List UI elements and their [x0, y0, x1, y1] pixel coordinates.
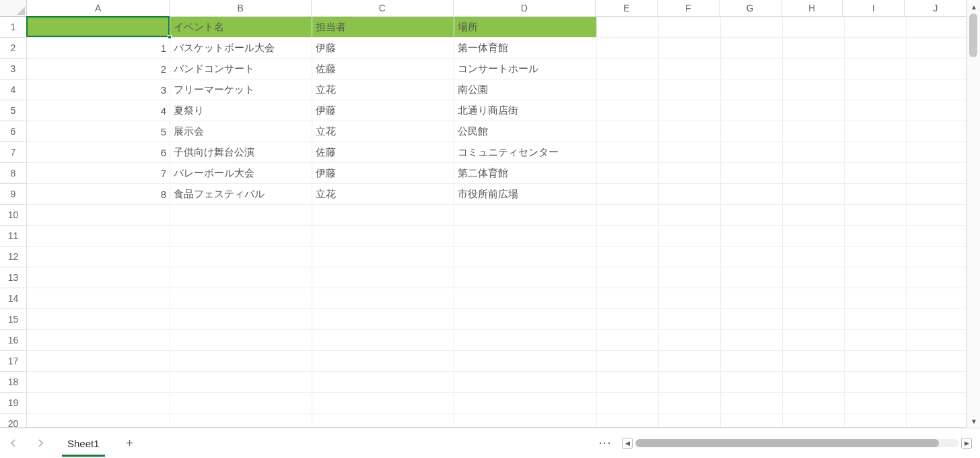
- hscroll-thumb[interactable]: [635, 439, 939, 447]
- cell-A1[interactable]: [27, 17, 170, 38]
- cell-J9[interactable]: [907, 184, 967, 205]
- cell-F2[interactable]: [659, 38, 721, 59]
- cell-F6[interactable]: [659, 121, 721, 142]
- cell-E1[interactable]: [597, 17, 659, 38]
- cell-F18[interactable]: [659, 372, 721, 393]
- cell-F17[interactable]: [659, 351, 721, 372]
- cell-C9[interactable]: 立花: [312, 184, 454, 205]
- cell-I5[interactable]: [845, 100, 907, 121]
- cell-D14[interactable]: [454, 288, 597, 309]
- vertical-scrollbar[interactable]: ▲ ▼: [967, 0, 980, 428]
- cell-E14[interactable]: [597, 288, 659, 309]
- cell-E17[interactable]: [597, 351, 659, 372]
- cell-F9[interactable]: [659, 184, 721, 205]
- cell-B4[interactable]: フリーマーケット: [170, 79, 312, 100]
- cell-D1[interactable]: 場所: [454, 17, 597, 38]
- cell-C19[interactable]: [312, 393, 454, 414]
- cell-D6[interactable]: 公民館: [454, 121, 597, 142]
- cell-B18[interactable]: [170, 372, 312, 393]
- cell-G6[interactable]: [721, 121, 783, 142]
- cell-C1[interactable]: 担当者: [312, 17, 454, 38]
- cell-J10[interactable]: [907, 205, 967, 226]
- row-header-15[interactable]: 15: [0, 309, 27, 330]
- cell-I8[interactable]: [845, 163, 907, 184]
- cell-B13[interactable]: [170, 267, 312, 288]
- cell-B5[interactable]: 夏祭り: [170, 100, 312, 121]
- cell-C3[interactable]: 佐藤: [312, 59, 454, 79]
- col-header-G[interactable]: G: [720, 0, 781, 17]
- cell-A20[interactable]: [27, 414, 170, 428]
- cell-F16[interactable]: [659, 330, 721, 351]
- cell-G20[interactable]: [721, 414, 783, 428]
- cell-D9[interactable]: 市役所前広場: [454, 184, 597, 205]
- cell-A14[interactable]: [27, 288, 170, 309]
- cell-B6[interactable]: 展示会: [170, 121, 312, 142]
- cell-A18[interactable]: [27, 372, 170, 393]
- cell-A9[interactable]: 8: [27, 184, 170, 205]
- cell-D15[interactable]: [454, 309, 597, 330]
- cell-B2[interactable]: バスケットボール大会: [170, 38, 312, 59]
- row-header-4[interactable]: 4: [0, 79, 27, 100]
- cell-H20[interactable]: [783, 414, 845, 428]
- cell-C5[interactable]: 伊藤: [312, 100, 454, 121]
- cell-E16[interactable]: [597, 330, 659, 351]
- more-options-icon[interactable]: ⋮: [588, 437, 622, 449]
- col-header-I[interactable]: I: [843, 0, 905, 17]
- cell-J8[interactable]: [907, 163, 967, 184]
- cell-A5[interactable]: 4: [27, 100, 170, 121]
- cell-J17[interactable]: [907, 351, 967, 372]
- cell-G13[interactable]: [721, 267, 783, 288]
- cell-C13[interactable]: [312, 267, 454, 288]
- cell-A7[interactable]: 6: [27, 142, 170, 163]
- cell-G11[interactable]: [721, 226, 783, 247]
- cell-C18[interactable]: [312, 372, 454, 393]
- vscroll-track[interactable]: [967, 13, 980, 414]
- cell-C17[interactable]: [312, 351, 454, 372]
- cell-G1[interactable]: [721, 17, 783, 38]
- cell-A17[interactable]: [27, 351, 170, 372]
- cell-A15[interactable]: [27, 309, 170, 330]
- cell-D3[interactable]: コンサートホール: [454, 59, 597, 79]
- cell-B19[interactable]: [170, 393, 312, 414]
- cell-D4[interactable]: 南公園: [454, 79, 597, 100]
- cell-C4[interactable]: 立花: [312, 79, 454, 100]
- cell-H7[interactable]: [783, 142, 845, 163]
- cell-G17[interactable]: [721, 351, 783, 372]
- cell-C10[interactable]: [312, 205, 454, 226]
- cell-H10[interactable]: [783, 205, 845, 226]
- row-header-9[interactable]: 9: [0, 184, 27, 205]
- cell-D16[interactable]: [454, 330, 597, 351]
- cell-C2[interactable]: 伊藤: [312, 38, 454, 59]
- cell-A11[interactable]: [27, 226, 170, 247]
- add-sheet-button[interactable]: +: [113, 436, 147, 451]
- cell-E11[interactable]: [597, 226, 659, 247]
- cell-D17[interactable]: [454, 351, 597, 372]
- row-header-3[interactable]: 3: [0, 59, 27, 79]
- cell-C6[interactable]: 立花: [312, 121, 454, 142]
- cell-B7[interactable]: 子供向け舞台公演: [170, 142, 312, 163]
- cell-H5[interactable]: [783, 100, 845, 121]
- col-header-F[interactable]: F: [658, 0, 720, 17]
- cell-J5[interactable]: [907, 100, 967, 121]
- cell-J3[interactable]: [907, 59, 967, 79]
- cell-G14[interactable]: [721, 288, 783, 309]
- cell-D8[interactable]: 第二体育館: [454, 163, 597, 184]
- cell-E6[interactable]: [597, 121, 659, 142]
- cell-E13[interactable]: [597, 267, 659, 288]
- cell-A6[interactable]: 5: [27, 121, 170, 142]
- cell-G12[interactable]: [721, 247, 783, 267]
- cell-H9[interactable]: [783, 184, 845, 205]
- cell-D5[interactable]: 北通り商店街: [454, 100, 597, 121]
- cell-F10[interactable]: [659, 205, 721, 226]
- cell-H16[interactable]: [783, 330, 845, 351]
- cell-A4[interactable]: 3: [27, 79, 170, 100]
- cell-E5[interactable]: [597, 100, 659, 121]
- cell-E15[interactable]: [597, 309, 659, 330]
- cell-H13[interactable]: [783, 267, 845, 288]
- cell-B14[interactable]: [170, 288, 312, 309]
- row-header-2[interactable]: 2: [0, 38, 27, 59]
- row-header-11[interactable]: 11: [0, 226, 27, 247]
- cell-C20[interactable]: [312, 414, 454, 428]
- cell-J14[interactable]: [907, 288, 967, 309]
- cell-D2[interactable]: 第一体育館: [454, 38, 597, 59]
